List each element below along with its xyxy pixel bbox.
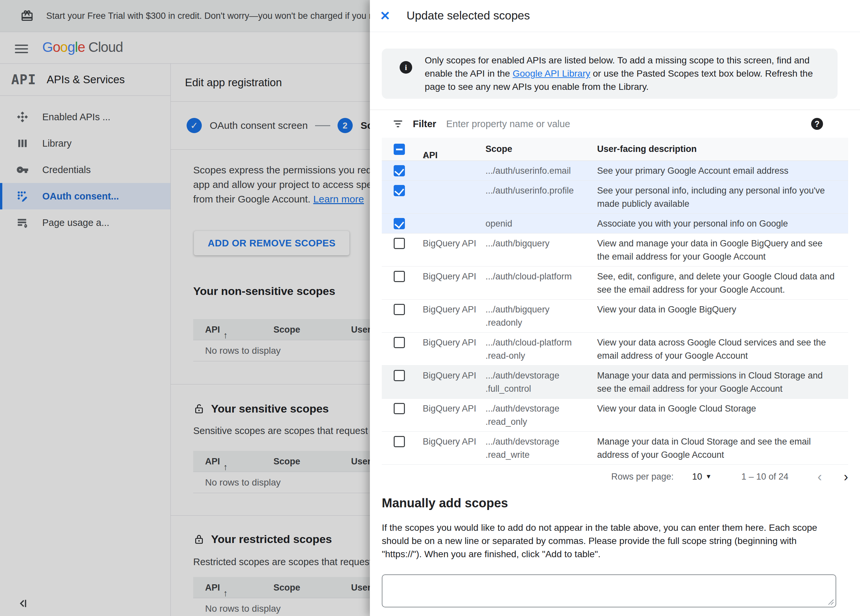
rows-per-page-label: Rows per page:: [611, 471, 674, 482]
row-api-name: BigQuery API: [423, 402, 489, 415]
scope-row-auth-cloud-platform[interactable]: BigQuery API.../auth/cloud-platformSee, …: [382, 267, 848, 300]
row-checkbox-unchecked[interactable]: [394, 238, 405, 249]
row-scope: .../auth/devstorage .read_only: [485, 402, 595, 428]
scope-row-auth-devstorage-read-write[interactable]: BigQuery API.../auth/devstorage .read_wr…: [382, 432, 848, 465]
info-icon: i: [400, 61, 412, 74]
row-scope: .../auth/bigquery .readonly: [485, 303, 595, 329]
row-description: See, edit, configure, and delete your Go…: [597, 270, 837, 296]
row-checkbox-unchecked[interactable]: [394, 337, 405, 348]
rows-per-page-dropdown-icon[interactable]: ▼: [705, 473, 712, 480]
row-checkbox-checked[interactable]: [394, 165, 405, 176]
manually-add-scopes-title: Manually add scopes: [382, 496, 508, 510]
column-header-description: User-facing description: [597, 144, 837, 154]
scopes-table-header: API ↑ Scope User-facing description: [382, 138, 848, 161]
scopes-table: API ↑ Scope User-facing description .../…: [382, 138, 848, 465]
row-checkbox-checked[interactable]: [394, 218, 405, 229]
row-api-name: BigQuery API: [423, 270, 489, 283]
row-scope: .../auth/cloud-platform: [485, 270, 595, 283]
row-description: Manage your data and permissions in Clou…: [597, 369, 837, 395]
column-header-scope: Scope: [485, 144, 595, 154]
scope-row-auth-devstorage-full-control[interactable]: BigQuery API.../auth/devstorage .full_co…: [382, 366, 848, 399]
pagination-range: 1 – 10 of 24: [741, 471, 789, 482]
rows-per-page-value[interactable]: 10: [692, 471, 702, 482]
sort-ascending-icon: ↑: [423, 150, 427, 160]
info-banner-text: Only scopes for enabled APIs are listed …: [425, 54, 834, 93]
row-description: View and manage your data in Google BigQ…: [597, 237, 837, 263]
row-scope: openid: [485, 217, 595, 230]
chevron-right-icon[interactable]: ›: [844, 470, 848, 483]
table-pagination: Rows per page: 10 ▼ 1 – 10 of 24 ‹ ›: [382, 465, 848, 489]
panel-title: Update selected scopes: [406, 9, 530, 22]
row-description: See your primary Google Account email ad…: [597, 164, 837, 178]
row-checkbox-unchecked[interactable]: [394, 403, 405, 414]
manually-add-scopes-description: If the scopes you would like to add do n…: [382, 521, 839, 561]
filter-label: Filter: [413, 119, 436, 129]
update-scopes-panel: ✕ Update selected scopes i Only scopes f…: [370, 0, 860, 616]
manual-scopes-field: [382, 574, 836, 607]
scope-row-openid[interactable]: openidAssociate you with your personal i…: [382, 214, 848, 234]
row-description: View your data in Google BigQuery: [597, 303, 837, 316]
row-api-name: BigQuery API: [423, 435, 489, 448]
row-checkbox-unchecked[interactable]: [394, 271, 405, 282]
manual-scopes-textarea[interactable]: [382, 574, 836, 607]
row-scope: .../auth/userinfo.email: [485, 164, 595, 178]
row-api-name: BigQuery API: [423, 369, 489, 382]
scope-row-auth-devstorage-read-only[interactable]: BigQuery API.../auth/devstorage .read_on…: [382, 399, 848, 432]
row-checkbox-checked[interactable]: [394, 185, 405, 196]
scope-row-auth-userinfo-email[interactable]: .../auth/userinfo.emailSee your primary …: [382, 161, 848, 181]
scope-row-auth-bigquery-readonly[interactable]: BigQuery API.../auth/bigquery .readonlyV…: [382, 300, 848, 333]
filter-icon: [392, 118, 403, 129]
chevron-left-icon[interactable]: ‹: [818, 470, 822, 483]
row-checkbox-unchecked[interactable]: [394, 436, 405, 447]
row-description: See your personal info, including any pe…: [597, 184, 837, 211]
row-scope: .../auth/cloud-platform .read-only: [485, 336, 595, 362]
row-api-name: BigQuery API: [423, 303, 489, 316]
select-all-checkbox[interactable]: [394, 144, 405, 155]
google-api-library-link[interactable]: Google API Library: [513, 68, 590, 79]
row-description: View your data across Google Cloud servi…: [597, 336, 837, 362]
panel-header: ✕ Update selected scopes: [370, 0, 860, 32]
row-description: View your data in Google Cloud Storage: [597, 402, 837, 415]
scope-row-auth-bigquery[interactable]: BigQuery API.../auth/bigqueryView and ma…: [382, 234, 848, 267]
close-icon[interactable]: ✕: [377, 7, 394, 24]
row-description: Manage your data in Cloud Storage and se…: [597, 435, 837, 461]
filter-bar: Filter ?: [370, 110, 860, 138]
row-scope: .../auth/bigquery: [485, 237, 595, 250]
row-scope: .../auth/devstorage .read_write: [485, 435, 595, 461]
scope-row-auth-cloud-platform-read-only[interactable]: BigQuery API.../auth/cloud-platform .rea…: [382, 333, 848, 366]
scope-row-auth-userinfo-profile[interactable]: .../auth/userinfo.profileSee your person…: [382, 181, 848, 214]
row-scope: .../auth/userinfo.profile: [485, 184, 595, 197]
row-scope: .../auth/devstorage .full_control: [485, 369, 595, 395]
info-banner: i Only scopes for enabled APIs are liste…: [382, 49, 838, 99]
row-checkbox-unchecked[interactable]: [394, 304, 405, 315]
row-description: Associate you with your personal info on…: [597, 217, 837, 230]
filter-input[interactable]: [446, 119, 744, 129]
row-checkbox-unchecked[interactable]: [394, 370, 405, 381]
row-api-name: BigQuery API: [423, 336, 489, 349]
row-api-name: BigQuery API: [423, 237, 489, 250]
help-icon[interactable]: ?: [811, 118, 823, 130]
